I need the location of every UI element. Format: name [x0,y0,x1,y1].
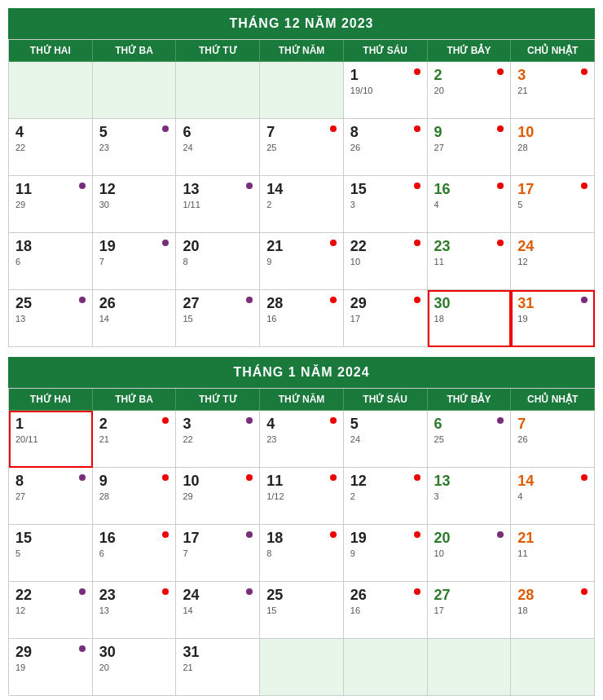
day-cell: 220 [428,62,512,119]
day-number: 15 [350,181,367,197]
lunar-date: 2 [350,491,420,501]
lunar-date: 1/12 [266,491,337,501]
day-cell: 3119 [511,290,595,347]
lunar-date: 16 [350,605,420,615]
lunar-date: 25 [434,434,504,444]
lunar-date: 3 [434,491,504,501]
day-cell: 3121 [176,639,260,696]
day-number: 19 [350,530,367,546]
day-cell [260,62,344,119]
lunar-date: 14 [183,605,253,615]
day-number: 16 [434,181,451,197]
day-header-1: THỨ BA [93,389,177,411]
day-cell: 827 [9,468,93,525]
lunar-date: 15 [266,605,337,615]
dot-purple [246,417,253,424]
day-number: 4 [15,124,24,140]
day-cell: 2414 [176,582,260,639]
lunar-date: 5 [517,200,588,209]
lunar-date: 6 [15,257,86,266]
lunar-date: 22 [15,143,86,152]
day-cell: 725 [260,119,344,176]
lunar-date: 12 [15,605,86,615]
day-number: 17 [517,181,534,197]
day-cell: 322 [176,411,260,468]
lunar-date: 26 [517,434,588,444]
dot-red [330,474,337,481]
dot-purple [246,297,253,303]
day-number: 20 [434,530,451,546]
dot-purple [79,588,86,595]
day-number: 6 [434,416,442,432]
lunar-date: 27 [15,491,86,501]
day-number: 7 [517,416,526,432]
lunar-date: 27 [434,143,504,152]
dot-red [581,588,588,595]
day-cell: 2111 [511,525,595,582]
day-number: 25 [266,587,283,603]
dot-red [581,474,588,481]
day-cell: 199 [344,525,428,582]
day-number: 6 [183,124,191,140]
lunar-date: 24 [350,434,420,444]
day-cell [428,639,512,696]
day-number: 30 [99,644,116,660]
dot-red [414,474,420,481]
day-cell: 120/11 [9,411,93,468]
lunar-date: 19/10 [350,86,420,95]
lunar-date: 11 [517,548,588,558]
lunar-date: 24 [183,143,253,152]
lunar-date: 17 [350,314,420,324]
dot-purple [246,183,253,189]
lunar-date: 7 [183,548,253,558]
lunar-date: 28 [517,143,588,152]
lunar-date: 7 [99,257,169,266]
day-cell: 131/11 [176,176,260,233]
day-number: 29 [15,644,32,660]
day-cell: 1028 [511,119,595,176]
day-number: 31 [517,295,534,311]
day-cell: 726 [511,411,595,468]
day-cell: 2616 [344,582,428,639]
lunar-date: 18 [517,605,588,615]
lunar-date: 19 [15,663,86,672]
day-number: 8 [15,473,24,489]
dot-purple [79,297,86,303]
lunar-date: 22 [183,434,253,444]
day-number: 2 [99,416,108,432]
day-number: 4 [266,416,275,432]
day-cell: 188 [260,525,344,582]
day-cell: 927 [428,119,512,176]
lunar-date: 25 [266,143,337,152]
dot-purple [246,588,253,595]
day-header-6: CHỦ NHẬT [511,389,595,411]
lunar-date: 1/11 [183,200,253,209]
lunar-date: 17 [434,605,504,615]
day-cell: 219 [260,233,344,290]
lunar-date: 6 [99,548,169,558]
day-cell [9,62,93,119]
dot-purple [246,531,253,538]
day-cell: 2515 [260,582,344,639]
lunar-date: 5 [15,548,86,558]
calendar-grid-1: THỨ HAITHỨ BATHỨ TƯTHỨ NĂMTHỨ SÁUTHỨ BẢY… [8,388,595,696]
day-cell [260,639,344,696]
day-cell: 2010 [428,525,512,582]
lunar-date: 8 [266,548,337,558]
day-number: 17 [183,530,199,546]
day-number: 20 [183,238,199,254]
lunar-date: 10 [434,548,504,558]
lunar-date: 4 [434,200,504,209]
dot-red [414,240,420,246]
day-cell: 2919 [9,639,93,696]
dot-purple [162,240,169,246]
day-number: 24 [517,238,534,254]
dot-purple [497,531,504,538]
day-cell: 2212 [9,582,93,639]
lunar-date: 21 [517,86,588,95]
day-number: 26 [99,295,116,311]
lunar-date: 28 [99,491,169,501]
day-header-2: THỨ TƯ [176,389,260,411]
day-number: 24 [183,587,199,603]
lunar-date: 9 [266,257,337,266]
